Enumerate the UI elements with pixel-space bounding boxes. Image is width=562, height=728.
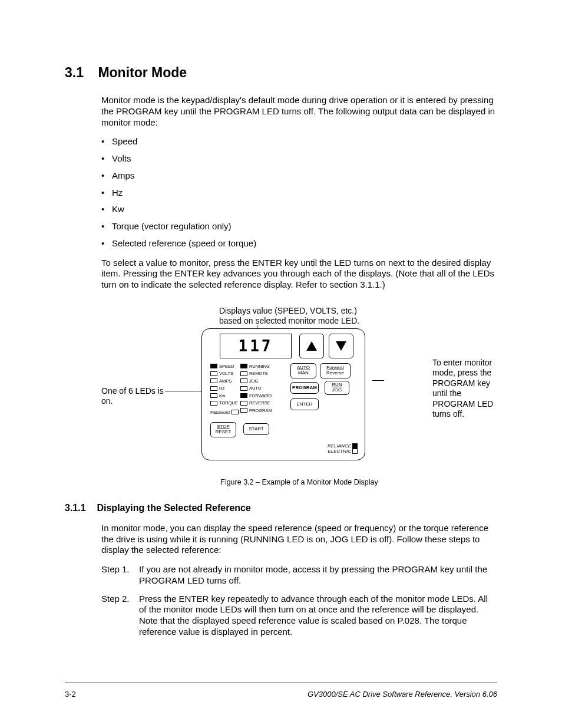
led-indicator [240,386,247,391]
forward-reverse-button[interactable]: Forward Reverse [320,363,351,378]
led-row: Kw [210,393,238,399]
list-item: Hz [101,187,497,199]
bullet-list: Speed Volts Amps Hz Kw Torque (vector re… [101,136,497,249]
figure: Displays value (SPEED, VOLTS, etc.) base… [101,301,497,472]
arrow-down-button[interactable] [329,334,353,358]
step-text: Press the ENTER key repeatedly to advanc… [139,594,497,638]
leader-line [257,325,257,328]
led-indicator [240,408,247,413]
led-row: JOG [240,378,272,384]
button-label: MAN [298,371,309,375]
led-label: Kw [219,393,225,398]
subsection-number: 3.1.1 [65,503,94,513]
password-label: Password [210,410,230,415]
step-item: Step 1. If you are not already in monito… [101,564,497,587]
brand-text: RELIANCE [328,443,351,448]
led-indicator [240,364,247,368]
led-label: REMOTE [249,371,268,376]
brand-text: ELECTRIC [328,448,351,453]
list-item: Kw [101,204,497,215]
auto-man-button[interactable]: AUTO MAN [290,363,316,378]
led-indicator [232,410,239,414]
led-indicator [210,364,217,368]
led-label: TORQUE [219,400,238,406]
page-number: 3-2 [65,690,76,699]
annotation-text: Displays value (SPEED, VOLTS, etc.) [219,306,378,316]
led-row: PROGRAM [240,407,272,414]
page-footer: 3-2 GV3000/SE AC Drive Software Referenc… [65,690,497,699]
led-label: JOG [249,378,258,384]
list-item: Amps [101,170,497,182]
button-label: RESET [216,430,232,434]
button-label: Reverse [326,371,344,375]
figure-annotation-left: One of 6 LEDs is on. [101,386,166,407]
led-label: RUNNING [249,364,270,369]
section-number: 3.1 [65,65,94,81]
led-row: TORQUE [210,400,238,406]
step-label: Step 1. [101,564,139,587]
step-text: If you are not already in monitor mode, … [139,564,497,587]
list-item: Speed [101,136,497,147]
led-row: VOLTS [210,370,238,377]
program-button[interactable]: PROGRAM [290,382,319,394]
list-item: Torque (vector regulation only) [101,221,497,232]
stop-reset-button[interactable]: STOP RESET [210,422,236,437]
led-label: FORWARD [249,393,272,398]
led-label: SPEED [219,364,234,369]
brand-logo: RELIANCE ELECTRIC [328,443,358,454]
paragraph: In monitor mode, you can display the spe… [101,523,497,556]
figure-annotation-top: Displays value (SPEED, VOLTS, etc.) base… [219,306,378,326]
led-row: FORWARD [240,393,272,399]
section-heading: 3.1 Monitor Mode [65,65,497,81]
step-item: Step 2. Press the ENTER key repeatedly t… [101,594,497,638]
led-row: REMOTE [240,370,272,377]
subsection-title: Displaying the Selected Reference [97,503,250,513]
paragraph: To select a value to monitor, press the … [101,258,497,291]
led-indicator-grid: SPEEDVOLTSAMPSHzKwTORQUE RUNNINGREMOTEJO… [210,363,272,414]
keypad-panel: 117 SPEEDVOLTSAMPSHzKwTORQUE RUNNINGREMO… [201,328,365,460]
intro-paragraph: Monitor mode is the keypad/display's def… [101,95,497,128]
steps-list: Step 1. If you are not already in monito… [101,564,497,638]
figure-caption: Figure 3.2 – Example of a Monitor Mode D… [101,478,497,487]
led-indicator [240,401,247,406]
led-label: AMPS [219,378,232,384]
led-indicator [240,378,247,383]
leader-line [372,380,384,381]
run-jog-button[interactable]: RUN JOG [325,381,349,395]
led-indicator [210,393,217,398]
enter-button[interactable]: ENTER [290,398,319,410]
led-indicator [210,378,217,383]
footer-title: GV3000/SE AC Drive Software Reference, V… [308,690,497,699]
led-indicator [210,386,217,391]
led-row: REVERSE [240,400,272,406]
button-label: START [249,427,263,431]
led-label: PROGRAM [249,408,272,413]
button-label: ENTER [296,402,312,407]
step-label: Step 2. [101,594,139,638]
figure-annotation-right: To enter monitor mode, press the PROGRAM… [432,358,503,420]
brand-square-icon [352,443,358,449]
svg-marker-0 [306,341,317,351]
start-button[interactable]: START [243,423,269,435]
button-label: PROGRAM [292,386,317,390]
svg-marker-1 [336,341,346,351]
led-row: Hz [210,385,238,391]
arrow-up-button[interactable] [299,334,324,358]
button-label: JOG [332,388,342,393]
section-title: Monitor Mode [98,65,187,80]
led-row: AMPS [210,378,238,384]
led-row: RUNNING [240,363,272,370]
display-value: 117 [239,337,273,356]
brand-square-icon [352,449,358,454]
password-indicator-row: Password [210,410,239,415]
footer-rule [65,683,497,683]
triangle-up-icon [306,341,318,351]
annotation-text: based on selected monitor mode LED. [219,316,378,326]
triangle-down-icon [335,341,347,351]
led-label: Hz [219,386,224,391]
led-indicator [210,401,217,406]
led-indicator [210,371,217,376]
led-row: SPEED [210,363,238,370]
led-label: AUTO [249,386,262,391]
list-item: Volts [101,153,497,164]
